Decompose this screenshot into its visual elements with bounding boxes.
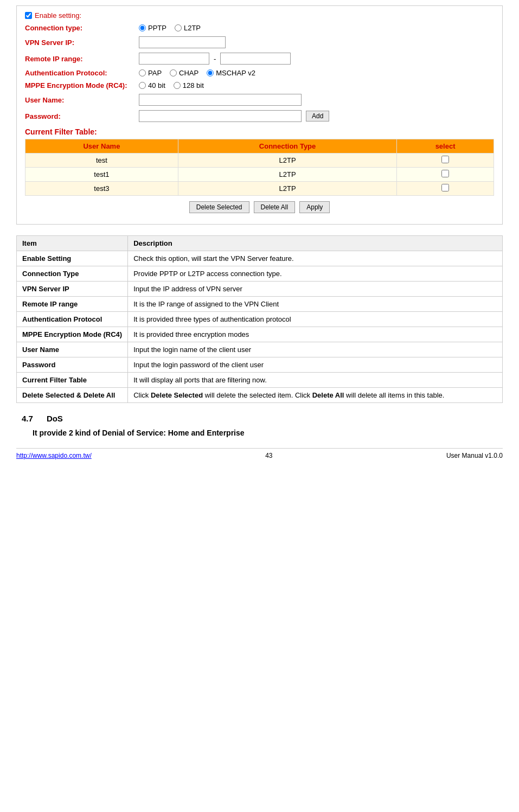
col-conn-type: Connection Type bbox=[178, 139, 396, 154]
desc-description: Check this option, will start the VPN Se… bbox=[128, 251, 503, 266]
desc-description: It is provided three encryption modes bbox=[128, 327, 503, 342]
mschap-option[interactable]: MSCHAP v2 bbox=[207, 69, 255, 77]
table-actions: Delete Selected Delete All Apply bbox=[25, 201, 494, 213]
table-row: test L2TP bbox=[25, 154, 494, 168]
mppe-row: MPPE Encryption Mode (RC4): 40 bit 128 b… bbox=[25, 81, 494, 89]
pap-option[interactable]: PAP bbox=[139, 69, 162, 77]
l2tp-option[interactable]: L2TP bbox=[175, 24, 201, 32]
mppe-40bit-label: 40 bit bbox=[148, 81, 165, 89]
cell-username: test3 bbox=[25, 182, 178, 196]
password-label: Password: bbox=[25, 112, 139, 120]
dos-section: 4.7 DoS It provide 2 kind of Denial of S… bbox=[16, 414, 503, 437]
desc-item: Enable Setting bbox=[17, 251, 128, 266]
desc-description: Input the IP address of VPN server bbox=[128, 282, 503, 297]
desc-item: Remote IP range bbox=[17, 297, 128, 312]
add-button[interactable]: Add bbox=[306, 111, 329, 122]
pptp-radio[interactable] bbox=[139, 24, 146, 31]
desc-item: VPN Server IP bbox=[17, 282, 128, 297]
desc-table-row: Password Input the login password of the… bbox=[17, 357, 503, 373]
cell-select bbox=[397, 168, 494, 182]
remote-ip-end-input[interactable]: 10.0.0.200 bbox=[220, 53, 291, 65]
enable-label: Enable setting: bbox=[35, 11, 81, 20]
apply-button[interactable]: Apply bbox=[299, 201, 330, 213]
vpn-panel-inner: Enable setting: Connection type: PPTP L2… bbox=[17, 6, 502, 224]
password-row: Password: Add bbox=[25, 110, 494, 122]
desc-item: Password bbox=[17, 357, 128, 373]
mppe-40bit-radio[interactable] bbox=[139, 82, 146, 89]
description-table: Item Description Enable Setting Check th… bbox=[16, 235, 503, 403]
ip-range-dash: - bbox=[214, 55, 216, 63]
mppe-40bit-option[interactable]: 40 bit bbox=[139, 81, 165, 89]
row-select-checkbox[interactable] bbox=[441, 156, 449, 163]
desc-description: It will display all ports that are filte… bbox=[128, 373, 503, 388]
desc-item: Current Filter Table bbox=[17, 373, 128, 388]
desc-col-description: Description bbox=[128, 236, 503, 251]
desc-table-row: VPN Server IP Input the IP address of VP… bbox=[17, 282, 503, 297]
l2tp-radio[interactable] bbox=[175, 24, 182, 31]
desc-table-body: Enable Setting Check this option, will s… bbox=[17, 251, 503, 403]
desc-description: Provide PPTP or L2TP access connection t… bbox=[128, 266, 503, 282]
footer: http://www.sapido.com.tw/ 43 User Manual… bbox=[16, 448, 503, 459]
page-number: 43 bbox=[265, 452, 272, 459]
dos-section-title: DoS bbox=[47, 414, 63, 423]
desc-description: It is the IP range of assigned to the VP… bbox=[128, 297, 503, 312]
chap-option[interactable]: CHAP bbox=[170, 69, 198, 77]
pap-label: PAP bbox=[148, 69, 162, 77]
desc-table-row: Enable Setting Check this option, will s… bbox=[17, 251, 503, 266]
row-select-checkbox[interactable] bbox=[441, 170, 449, 177]
password-input[interactable] bbox=[139, 110, 302, 122]
cell-username: test1 bbox=[25, 168, 178, 182]
desc-table-row: Delete Selected & Delete All Click Delet… bbox=[17, 388, 503, 403]
enable-checkbox[interactable] bbox=[25, 12, 32, 19]
col-username: User Name bbox=[25, 139, 178, 154]
vpn-panel: Enable setting: Connection type: PPTP L2… bbox=[16, 5, 503, 225]
auth-proto-options: PAP CHAP MSCHAP v2 bbox=[139, 69, 255, 77]
delete-all-button[interactable]: Delete All bbox=[254, 201, 296, 213]
desc-item: User Name bbox=[17, 342, 128, 357]
mppe-128bit-radio[interactable] bbox=[174, 82, 181, 89]
chap-label: CHAP bbox=[179, 69, 198, 77]
desc-table-row: Remote IP range It is the IP range of as… bbox=[17, 297, 503, 312]
table-row: test3 L2TP bbox=[25, 182, 494, 196]
row-select-checkbox[interactable] bbox=[441, 184, 449, 191]
remote-ip-start-input[interactable]: 10.0.0.100 bbox=[139, 53, 209, 65]
mschap-label: MSCHAP v2 bbox=[216, 69, 255, 77]
mppe-label: MPPE Encryption Mode (RC4): bbox=[25, 81, 139, 89]
desc-table-row: MPPE Encryption Mode (RC4) It is provide… bbox=[17, 327, 503, 342]
connection-type-row: Connection type: PPTP L2TP bbox=[25, 24, 494, 32]
desc-item: Connection Type bbox=[17, 266, 128, 282]
desc-table-row: Authentication Protocol It is provided t… bbox=[17, 312, 503, 327]
filter-table: User Name Connection Type select test L2… bbox=[25, 139, 494, 196]
filter-table-title: Current Filter Table: bbox=[25, 127, 494, 136]
filter-table-body: test L2TP test1 L2TP test3 L2TP bbox=[25, 154, 494, 196]
desc-table-row: Current Filter Table It will display all… bbox=[17, 373, 503, 388]
desc-item: MPPE Encryption Mode (RC4) bbox=[17, 327, 128, 342]
mschap-radio[interactable] bbox=[207, 69, 214, 76]
mppe-128bit-option[interactable]: 128 bit bbox=[174, 81, 204, 89]
pap-radio[interactable] bbox=[139, 69, 146, 76]
footer-url[interactable]: http://www.sapido.com.tw/ bbox=[16, 452, 92, 459]
delete-selected-button[interactable]: Delete Selected bbox=[189, 201, 249, 213]
username-row: User Name: bbox=[25, 94, 494, 106]
chap-radio[interactable] bbox=[170, 69, 177, 76]
desc-table-row: User Name Input the login name of the cl… bbox=[17, 342, 503, 357]
auth-protocol-label: Authentication Protocol: bbox=[25, 69, 139, 77]
cell-conn-type: L2TP bbox=[178, 154, 396, 168]
vpn-server-ip-input[interactable]: 10.0.0.1 bbox=[139, 36, 226, 48]
filter-table-header-row: User Name Connection Type select bbox=[25, 139, 494, 154]
vpn-server-ip-row: VPN Server IP: 10.0.0.1 bbox=[25, 36, 494, 48]
mppe-options: 40 bit 128 bit bbox=[139, 81, 204, 89]
vpn-server-ip-label: VPN Server IP: bbox=[25, 39, 139, 47]
desc-table-header: Item Description bbox=[17, 236, 503, 251]
mppe-128bit-label: 128 bit bbox=[183, 81, 204, 89]
desc-item: Authentication Protocol bbox=[17, 312, 128, 327]
cell-username: test bbox=[25, 154, 178, 168]
desc-description: Click Delete Selected will delete the se… bbox=[128, 388, 503, 403]
connection-type-options: PPTP L2TP bbox=[139, 24, 201, 32]
dos-title: 4.7 DoS bbox=[22, 414, 497, 423]
cell-conn-type: L2TP bbox=[178, 168, 396, 182]
cell-conn-type: L2TP bbox=[178, 182, 396, 196]
username-input[interactable] bbox=[139, 94, 302, 106]
table-row: test1 L2TP bbox=[25, 168, 494, 182]
pptp-option[interactable]: PPTP bbox=[139, 24, 166, 32]
